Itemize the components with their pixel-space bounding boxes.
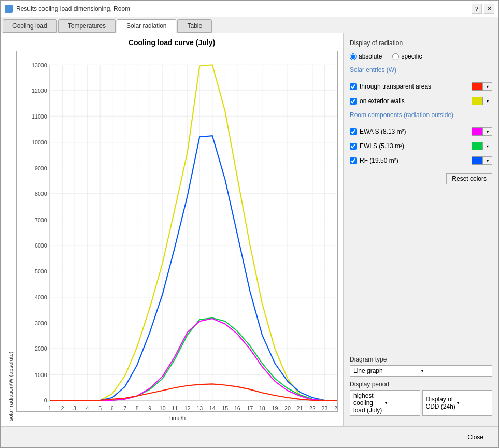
- title-bar: Results cooling load dimensioning, Room …: [1, 1, 498, 17]
- checkbox-ewi-row: EWI S (5.13 m²) ▾: [350, 142, 492, 150]
- tab-cooling-load[interactable]: Cooling load: [3, 19, 57, 33]
- svg-text:11000: 11000: [32, 113, 47, 120]
- checkbox-rf[interactable]: [350, 157, 357, 164]
- svg-text:21: 21: [296, 405, 303, 411]
- svg-text:8000: 8000: [35, 191, 47, 197]
- ewa-label: EWA S (8.13 m²): [360, 128, 468, 135]
- main-content: Cooling load curve (July) solar radiatio…: [1, 33, 498, 426]
- chart-container: solar radiation/W (absolute): [6, 51, 338, 421]
- y-axis-label: solar radiation/W (absolute): [6, 51, 16, 421]
- radiation-type-row: absolute specific: [350, 53, 492, 60]
- chart-plot[interactable]: 0 1000 2000 3000 4000 5000 6000 7000 800…: [16, 51, 338, 412]
- ewa-color-row: ▾: [472, 127, 492, 136]
- svg-text:24: 24: [334, 405, 337, 411]
- svg-text:16: 16: [234, 405, 240, 411]
- transparent-color-row: ▾: [472, 82, 492, 91]
- ewi-label: EWI S (5.13 m²): [360, 142, 468, 150]
- svg-text:11: 11: [172, 405, 178, 411]
- close-button[interactable]: Close: [457, 431, 494, 443]
- svg-text:10: 10: [160, 405, 166, 411]
- svg-text:17: 17: [247, 405, 253, 411]
- rf-color-dropdown[interactable]: ▾: [483, 156, 492, 165]
- rf-label: RF (19.50 m²): [360, 157, 468, 164]
- right-panel: Display of radiation absolute specific S…: [343, 33, 498, 426]
- display-period-label: Display period: [350, 381, 492, 388]
- cdd-arrow: ▾: [457, 401, 489, 406]
- checkbox-exterior-row: on exterior walls ▾: [350, 97, 492, 105]
- svg-text:15: 15: [222, 405, 228, 411]
- main-window: Results cooling load dimensioning, Room …: [0, 0, 499, 448]
- exterior-color-swatch[interactable]: [472, 97, 483, 105]
- svg-text:4000: 4000: [35, 294, 47, 300]
- ewi-color-swatch[interactable]: [472, 142, 483, 150]
- display-period-dropdown[interactable]: highest cooling load (July) ▾: [350, 390, 420, 416]
- period-arrow: ▾: [385, 401, 417, 406]
- checkbox-transparent[interactable]: [350, 83, 357, 90]
- exterior-color-dropdown[interactable]: ▾: [483, 97, 492, 105]
- svg-text:1000: 1000: [35, 372, 47, 378]
- checkbox-ewa[interactable]: [350, 128, 357, 135]
- checkbox-ewa-row: EWA S (8.13 m²) ▾: [350, 127, 492, 136]
- svg-text:7: 7: [123, 405, 126, 411]
- display-cdd-dropdown[interactable]: Display of CDD (24h) ▾: [422, 390, 493, 416]
- svg-text:9: 9: [148, 405, 151, 411]
- display-period-row: highest cooling load (July) ▾ Display of…: [350, 390, 492, 420]
- chart-inner: 0 1000 2000 3000 4000 5000 6000 7000 800…: [16, 51, 338, 421]
- svg-text:20: 20: [284, 405, 291, 411]
- svg-text:23: 23: [322, 405, 328, 411]
- svg-text:13: 13: [196, 405, 203, 411]
- svg-text:5: 5: [98, 405, 102, 411]
- rf-color-row: ▾: [472, 156, 492, 165]
- svg-text:4: 4: [86, 405, 89, 411]
- svg-text:5000: 5000: [35, 268, 47, 274]
- svg-text:0: 0: [44, 397, 47, 403]
- bottom-section: Diagram type Line graph ▾ Display period…: [350, 356, 492, 420]
- room-components-header: Room components (radiation outside): [350, 111, 492, 120]
- chart-title: Cooling load curve (July): [6, 38, 338, 47]
- title-buttons: ? ✕: [472, 4, 494, 14]
- ewa-color-dropdown[interactable]: ▾: [483, 127, 492, 136]
- help-button[interactable]: ?: [472, 4, 482, 14]
- svg-text:12: 12: [184, 405, 191, 411]
- exterior-color-row: ▾: [472, 97, 492, 105]
- diagram-type-label: Diagram type: [350, 356, 492, 363]
- checkbox-transparent-row: through transparent areas ▾: [350, 82, 492, 91]
- window-icon: [5, 5, 13, 13]
- svg-text:12000: 12000: [32, 88, 47, 94]
- svg-text:2000: 2000: [35, 345, 47, 352]
- radio-absolute[interactable]: absolute: [350, 53, 382, 60]
- svg-text:13000: 13000: [32, 62, 47, 68]
- tab-solar-radiation[interactable]: Solar radiation: [117, 19, 176, 33]
- ewi-color-row: ▾: [472, 142, 492, 150]
- checkbox-ewi[interactable]: [350, 143, 357, 150]
- diagram-type-arrow: ▾: [421, 369, 489, 373]
- svg-text:22: 22: [309, 405, 316, 411]
- tab-temperatures[interactable]: Temperatures: [58, 19, 116, 33]
- reset-colors-button[interactable]: Reset colors: [446, 173, 492, 184]
- chart-area: Cooling load curve (July) solar radiatio…: [1, 33, 343, 426]
- chart-svg: 0 1000 2000 3000 4000 5000 6000 7000 800…: [17, 51, 337, 411]
- svg-text:2: 2: [61, 405, 64, 411]
- svg-text:3: 3: [73, 405, 76, 411]
- display-radiation-label: Display of radiation: [350, 39, 492, 47]
- svg-text:10000: 10000: [32, 139, 47, 146]
- bottom-bar: Close: [1, 426, 498, 447]
- tab-table[interactable]: Table: [177, 19, 212, 33]
- solar-entries-header: Solar entries (W): [350, 66, 492, 75]
- svg-text:19: 19: [272, 405, 278, 411]
- tab-bar: Cooling load Temperatures Solar radiatio…: [1, 17, 498, 33]
- rf-color-swatch[interactable]: [472, 156, 483, 165]
- ewa-color-swatch[interactable]: [472, 127, 483, 136]
- close-window-button[interactable]: ✕: [484, 4, 494, 14]
- svg-text:14: 14: [209, 405, 216, 411]
- transparent-color-dropdown[interactable]: ▾: [483, 82, 492, 91]
- ewi-color-dropdown[interactable]: ▾: [483, 142, 492, 150]
- transparent-color-swatch[interactable]: [472, 82, 483, 91]
- svg-text:1: 1: [48, 405, 51, 411]
- through-transparent-label: through transparent areas: [360, 83, 468, 90]
- checkbox-exterior[interactable]: [350, 98, 357, 105]
- window-title: Results cooling load dimensioning, Room: [16, 5, 472, 12]
- diagram-type-dropdown[interactable]: Line graph ▾: [350, 365, 492, 377]
- radio-specific[interactable]: specific: [392, 53, 422, 60]
- svg-text:9000: 9000: [35, 165, 47, 171]
